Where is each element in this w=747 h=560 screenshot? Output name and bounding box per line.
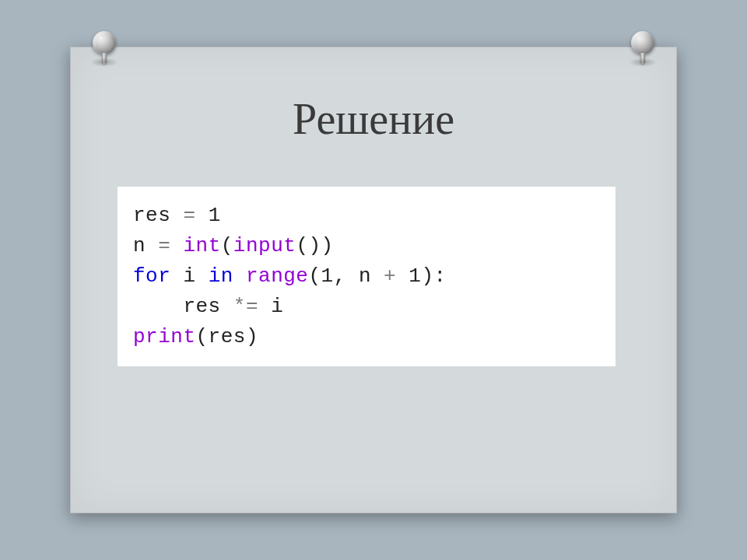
code-line-2: n = int(input()) [133,231,605,261]
code-token: int [183,234,220,257]
code-token: *= [233,295,271,318]
code-token: in [209,264,246,288]
code-line-1: res = 1 [133,201,605,231]
code-token: ()) [296,234,333,257]
code-token: 1 [321,264,334,288]
code-line-3: for i in range(1, n + 1): [133,261,605,292]
code-line-4: res *= i [133,292,605,322]
code-token: input [233,234,296,257]
code-token: n [133,234,158,257]
pin-right [626,31,659,64]
code-token: ): [421,264,446,288]
code-token: + [384,264,409,288]
code-token: ( [221,234,233,257]
slide-paper: Решение res = 1 n = int(input()) for i i… [70,47,677,513]
slide-title: Решение [117,94,630,144]
code-token: i [271,295,283,318]
code-token: = [183,204,208,227]
code-line-5: print(res) [133,322,605,352]
code-token: = [158,234,183,257]
code-token: 1 [209,204,221,227]
code-token: range [246,264,309,288]
pin-left [88,31,121,64]
code-token: (res) [196,325,259,348]
code-token: for [133,264,183,288]
code-token: ( [308,264,321,288]
code-token: res [133,295,233,318]
code-token: print [133,325,196,348]
code-token: 1 [409,264,421,288]
code-token: res [133,204,183,227]
code-block: res = 1 n = int(input()) for i in range(… [117,187,615,366]
code-token: , n [334,264,384,288]
code-token: i [183,264,208,288]
